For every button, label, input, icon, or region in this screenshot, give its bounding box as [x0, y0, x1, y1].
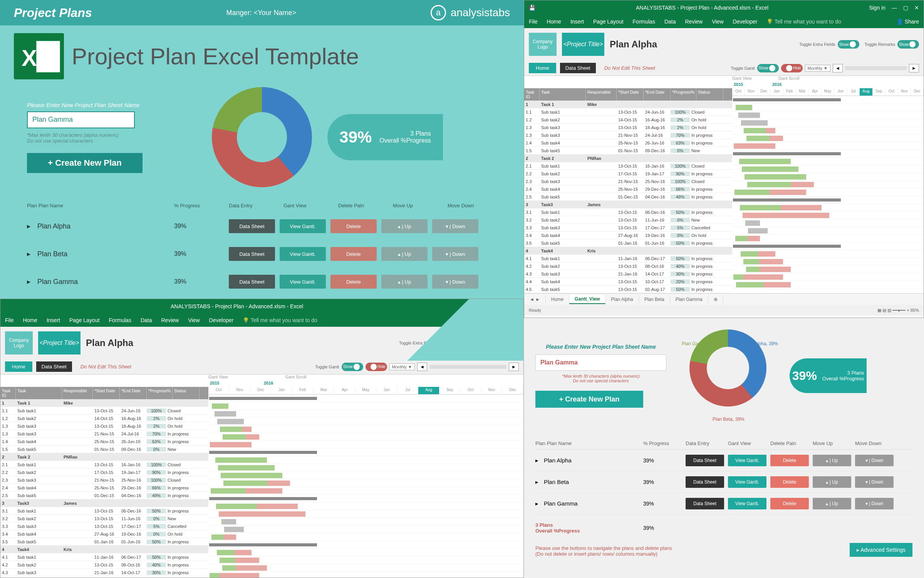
data-sheet-button[interactable]: Data Sheet: [229, 219, 275, 233]
data-sheet-button[interactable]: Data Sheet: [229, 247, 275, 261]
menu-item[interactable]: Formulas: [633, 18, 655, 25]
gantt-row[interactable]: 1Task 1Mike: [524, 101, 732, 108]
caret-right-icon[interactable]: [27, 250, 32, 258]
delete-button[interactable]: Delete: [330, 247, 377, 261]
gantt-show-toggle[interactable]: Show: [757, 64, 779, 72]
move-down-button[interactable]: ▾ | Down: [432, 219, 478, 233]
tell-me-input[interactable]: 💡 Tell me what you want to do: [766, 18, 841, 25]
gantt-row[interactable]: 4Task4Kris: [524, 247, 732, 255]
menu-item[interactable]: Data: [664, 18, 676, 25]
gantt-row[interactable]: 4Task4Kris: [0, 546, 208, 553]
share-button[interactable]: 👤 Share: [897, 18, 919, 25]
home-button[interactable]: Home: [529, 63, 556, 73]
gantt-hide-toggle[interactable]: Hide: [366, 363, 387, 371]
gantt-row[interactable]: 3.1Sub task113-Oct-1506-Dec-1650%In prog…: [0, 507, 208, 515]
gantt-row[interactable]: 4.4Sub task413-Oct-1510-Oct-1720%In prog…: [0, 576, 208, 578]
menu-item[interactable]: Insert: [47, 317, 60, 323]
delete-button[interactable]: Delete: [770, 498, 809, 509]
plan-name-input[interactable]: [27, 111, 135, 128]
gantt-row[interactable]: 1.2Sub task214-Oct-1516-Aug-162%On hold: [524, 116, 732, 124]
caret-right-icon[interactable]: [27, 277, 32, 286]
project-title-box[interactable]: <Project Title>: [38, 331, 80, 355]
menu-item[interactable]: Home: [23, 317, 37, 323]
sheet-tab[interactable]: Plan Alpha: [605, 295, 639, 304]
move-down-button[interactable]: ▾ | Down: [855, 476, 894, 488]
gantt-show-toggle[interactable]: Show: [342, 363, 363, 371]
view-gantt-button[interactable]: View Gantt.: [728, 476, 766, 488]
gantt-row[interactable]: 2.5Sub task501-Dec-1504-Dec-1649%In prog…: [524, 193, 732, 201]
gantt-row[interactable]: 4.1Sub task111-Jan-1606-Dec-1750%In prog…: [524, 255, 732, 262]
menu-item[interactable]: Page Layout: [69, 317, 100, 323]
gantt-row[interactable]: 3.5Sub task501-Jan-1601-Jun-1650%In prog…: [0, 538, 208, 546]
view-gantt-button[interactable]: View Gantt.: [280, 247, 326, 261]
menu-item[interactable]: Review: [161, 317, 179, 323]
data-sheet-button[interactable]: Data Sheet: [686, 455, 724, 466]
menu-item[interactable]: Page Layout: [593, 18, 624, 25]
gantt-row[interactable]: 4.1Sub task111-Jan-1606-Dec-1750%In prog…: [0, 553, 208, 561]
save-icon[interactable]: 💾: [529, 5, 535, 11]
gantt-row[interactable]: 2.3Sub task321-Nov-1525-Nov-16100%Closed: [524, 178, 732, 185]
gantt-row[interactable]: 2.1Sub task113-Oct-1516-Jan-16100%Closed: [0, 461, 208, 469]
menu-item[interactable]: Review: [685, 18, 703, 25]
move-down-button[interactable]: ▾ | Down: [855, 455, 894, 466]
create-plan-button[interactable]: + Create New Plan: [27, 153, 143, 173]
menu-item[interactable]: Data: [141, 317, 152, 323]
minimize-icon[interactable]: —: [892, 5, 897, 11]
gantt-row[interactable]: 2.4Sub task425-Nov-1529-Dec-1666%In prog…: [524, 185, 732, 193]
move-up-button[interactable]: ▴ | Up: [813, 476, 851, 488]
gantt-row[interactable]: 3.3Sub task313-Oct-1517-Dec-175%Cancelle…: [524, 224, 732, 232]
gantt-row[interactable]: 1.1Sub task113-Oct-1524-Jun-16100%Closed: [524, 108, 732, 116]
gantt-row[interactable]: 1.2Sub task214-Oct-1516-Aug-162%On hold: [0, 415, 208, 422]
sheet-tab[interactable]: Home: [546, 295, 569, 304]
data-sheet-button[interactable]: Data Sheet: [686, 476, 724, 488]
menu-item[interactable]: File: [5, 317, 14, 323]
gantt-row[interactable]: 2.5Sub task501-Dec-1504-Dec-1649%In prog…: [0, 492, 208, 499]
move-down-button[interactable]: ▾ | Down: [432, 275, 478, 289]
gantt-row[interactable]: 3.5Sub task501-Jan-1601-Jun-1650%In prog…: [524, 239, 732, 247]
gantt-row[interactable]: 2.2Sub task217-Oct-1519-Jan-1790%In prog…: [524, 170, 732, 178]
gantt-row[interactable]: 1.3Sub task313-Oct-1518-Aug-162%On hold: [524, 124, 732, 131]
data-sheet-button[interactable]: Data Sheet: [686, 498, 724, 509]
gantt-scrollbar[interactable]: [845, 66, 907, 70]
gantt-row[interactable]: 1.5Sub task501-Nov-1509-Dec-160%New: [0, 445, 208, 453]
menu-item[interactable]: Insert: [570, 18, 584, 25]
menu-item[interactable]: Home: [547, 18, 561, 25]
view-gantt-button[interactable]: View Gantt.: [728, 498, 766, 509]
data-sheet-button[interactable]: Data Sheet: [560, 63, 596, 73]
create-plan-button[interactable]: + Create New Plan: [535, 391, 643, 408]
gantt-row[interactable]: 3.4Sub task427-Aug-1619-Dec-160%On hold: [0, 530, 208, 538]
scroll-right-button[interactable]: ►: [909, 64, 919, 72]
view-gantt-button[interactable]: View Gantt.: [728, 455, 766, 466]
gantt-row[interactable]: 3.1Sub task113-Oct-1506-Dec-1650%In prog…: [524, 208, 732, 216]
gantt-row[interactable]: 4.5Sub task513-Oct-1502-Aug-1750%In prog…: [524, 286, 732, 293]
gantt-row[interactable]: 1.3Sub task321-Nov-1524-Jul-1670%In prog…: [0, 430, 208, 438]
view-gantt-button[interactable]: View Gantt.: [280, 275, 326, 289]
gantt-row[interactable]: 2.2Sub task217-Oct-1519-Jan-1790%In prog…: [0, 469, 208, 476]
gantt-row[interactable]: 1.3Sub task313-Oct-1518-Aug-162%On hold: [0, 422, 208, 430]
gantt-row[interactable]: 2.4Sub task425-Nov-1529-Dec-1666%In prog…: [0, 484, 208, 492]
move-up-button[interactable]: ▴ | Up: [813, 455, 851, 466]
delete-button[interactable]: Delete: [330, 275, 377, 289]
gantt-row[interactable]: 3.2Sub task213-Oct-1511-Jun-160%New: [0, 515, 208, 523]
gantt-row[interactable]: 1.4Sub task425-Nov-1526-Jun-1663%In prog…: [524, 139, 732, 147]
move-down-button[interactable]: ▾ | Down: [855, 498, 894, 509]
toggle-remarks[interactable]: Show: [897, 40, 919, 49]
delete-button[interactable]: Delete: [770, 476, 809, 488]
caret-right-icon[interactable]: [535, 479, 540, 486]
data-sheet-button[interactable]: Data Sheet: [36, 361, 72, 372]
menu-item[interactable]: Formulas: [109, 317, 131, 323]
gantt-row[interactable]: 3Task3James: [524, 201, 732, 208]
gantt-row[interactable]: 2.3Sub task321-Nov-1525-Nov-16100%Closed: [0, 476, 208, 484]
sheet-tab[interactable]: Plan Beta: [639, 295, 670, 304]
delete-button[interactable]: Delete: [770, 455, 809, 466]
move-up-button[interactable]: ▴ | Up: [381, 247, 428, 261]
gantt-hide-toggle[interactable]: Hide: [781, 64, 803, 72]
maximize-icon[interactable]: ▢: [903, 5, 908, 11]
gantt-row[interactable]: 3.3Sub task313-Oct-1517-Dec-175%Cancelle…: [0, 523, 208, 530]
scroll-right-button[interactable]: ►: [509, 363, 519, 371]
move-up-button[interactable]: ▴ | Up: [813, 498, 851, 509]
plan-name-input[interactable]: [535, 355, 666, 371]
menu-item[interactable]: Developer: [733, 18, 758, 25]
gantt-row[interactable]: 2.1Sub task113-Oct-1516-Jan-16100%Closed: [524, 162, 732, 170]
project-title-box[interactable]: <Project Title>: [562, 33, 604, 56]
